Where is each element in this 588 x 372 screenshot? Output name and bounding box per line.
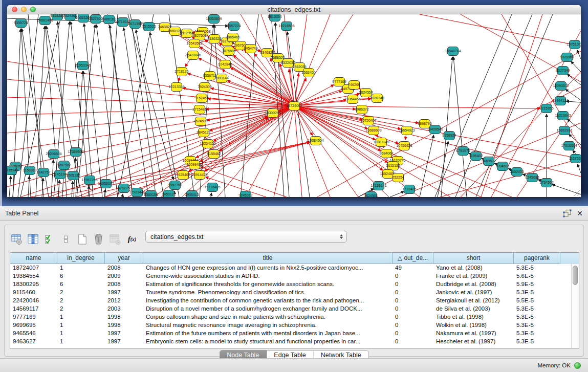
graph-node[interactable]: 1615132 (386, 162, 400, 170)
graph-node[interactable]: 20691406 (37, 16, 53, 25)
graph-node[interactable]: 9958924 (442, 132, 456, 140)
graph-node[interactable]: 9684067 (379, 149, 393, 158)
graph-node[interactable]: 1080748 (370, 94, 384, 103)
black-edge[interactable] (571, 61, 581, 72)
graph-node[interactable]: 15716485 (204, 183, 220, 192)
graph-node[interactable]: 5912954 (180, 29, 193, 38)
graph-node[interactable]: 16648784 (445, 47, 461, 56)
close-window-icon[interactable] (12, 7, 17, 12)
graph-node[interactable]: 9827508 (192, 32, 206, 40)
graph-node[interactable]: 2965466 (226, 33, 239, 42)
table-row[interactable]: 1456911722003Disruption of a novel membe… (10, 305, 579, 313)
red-edge[interactable] (179, 76, 181, 81)
table-row[interactable]: 977716911998Corpus callosum shape and si… (10, 313, 579, 321)
graph-node[interactable]: 2718126 (175, 68, 188, 76)
graph-node[interactable]: 1342757 (36, 168, 50, 177)
column-header-short[interactable]: short (433, 253, 514, 264)
graph-node[interactable]: 9857791 (168, 181, 182, 190)
red-edge[interactable] (298, 107, 581, 177)
graph-node[interactable]: 1094501 (495, 162, 509, 171)
memory-ok-indicator-icon[interactable] (574, 362, 581, 369)
black-edge[interactable] (51, 160, 53, 197)
graph-node[interactable]: 1145194 (53, 170, 67, 179)
graph-node[interactable]: 8215955 (539, 104, 553, 113)
black-edge[interactable] (58, 180, 59, 197)
graph-node[interactable]: 7515526 (142, 23, 156, 31)
graph-node[interactable]: 1562450 (301, 69, 315, 77)
graph-node[interactable]: 9227349 (556, 67, 570, 75)
black-edge[interactable] (77, 25, 95, 197)
black-edge[interactable] (577, 50, 581, 59)
table-row[interactable]: 1830029562008Estimation of significance … (10, 280, 579, 289)
graph-node[interactable]: 9097587 (57, 161, 71, 170)
graph-node[interactable]: 19384554 (308, 137, 323, 145)
graph-node[interactable]: 12213359 (168, 83, 184, 92)
graph-node[interactable]: 17016504 (561, 142, 577, 150)
column-header-out_degree[interactable]: △ out_de... (393, 253, 433, 264)
column-header-in_degree[interactable]: in_degree (57, 253, 105, 264)
red-edge[interactable] (440, 159, 581, 197)
graph-node[interactable]: 9356711 (203, 72, 217, 80)
graph-node[interactable]: 16210643 (555, 112, 571, 120)
black-edge[interactable] (578, 164, 581, 173)
black-edge[interactable] (211, 193, 211, 197)
graph-node[interactable]: 1905413 (185, 191, 199, 198)
column-header-title[interactable]: title (143, 253, 393, 264)
graph-node[interactable]: 3915941 (7, 166, 18, 175)
float-panel-icon[interactable] (563, 209, 572, 217)
graph-node[interactable]: 16914479 (191, 171, 207, 180)
red-edge[interactable] (317, 51, 581, 197)
graph-node[interactable]: 252254 (392, 173, 404, 182)
graph-node[interactable]: 8186328 (207, 35, 221, 43)
graph-node[interactable]: 3824554 (359, 89, 373, 97)
red-edge[interactable] (405, 135, 406, 140)
graph-node[interactable]: 1167532 (569, 155, 581, 163)
zoom-window-icon[interactable] (30, 7, 36, 12)
red-edge[interactable] (298, 85, 334, 104)
table-selector-combobox[interactable]: citations_edges.txt (145, 231, 347, 243)
window-resize-grip[interactable] (574, 190, 580, 196)
close-panel-icon[interactable]: ✕ (577, 210, 583, 217)
graph-node[interactable]: 1505135 (66, 171, 80, 180)
clear-selection-icon[interactable] (59, 232, 72, 246)
network-graph[interactable]: 1872400718300295193845549777169649756874… (7, 14, 581, 197)
graph-node[interactable]: 1156869 (23, 166, 37, 175)
black-edge[interactable] (136, 30, 164, 197)
graph-node[interactable]: 7986372 (355, 105, 368, 114)
function-builder-icon[interactable]: f(x) (124, 232, 140, 246)
graph-node[interactable]: 10756928 (396, 142, 412, 150)
graph-node[interactable]: 9242848 (218, 60, 232, 69)
new-table-icon[interactable] (75, 232, 89, 246)
red-edge[interactable] (128, 116, 268, 197)
graph-node[interactable]: 9155462 (207, 150, 221, 159)
graph-node[interactable]: 16958107 (98, 180, 114, 188)
graph-node[interactable]: 9245012 (238, 191, 252, 198)
black-edge[interactable] (122, 194, 123, 197)
graph-node[interactable]: 15751074 (567, 40, 581, 49)
graph-node[interactable]: 9355724 (14, 19, 28, 28)
table-row[interactable]: 1938455462009Genome-wide association stu… (10, 272, 579, 280)
select-all-rows-icon[interactable] (42, 232, 56, 246)
table-options-icon[interactable] (10, 232, 23, 246)
red-edge[interactable] (274, 110, 293, 197)
graph-node[interactable]: 12093572 (553, 82, 569, 91)
column-header-name[interactable]: name (10, 253, 57, 264)
red-edge[interactable] (7, 107, 290, 187)
red-edge[interactable] (297, 110, 358, 197)
graph-node[interactable]: 1652403 (510, 168, 524, 177)
graph-node[interactable]: 1195402 (469, 152, 483, 161)
red-edge[interactable] (230, 68, 291, 104)
graph-node[interactable]: 7625402 (176, 171, 190, 180)
graph-node[interactable]: 6466160 (102, 15, 116, 24)
column-header-year[interactable]: year (105, 253, 143, 264)
graph-node[interactable]: 12444134 (552, 97, 568, 105)
graph-node[interactable]: 9152459 (194, 94, 208, 103)
graph-node[interactable]: 9245033 (525, 173, 539, 182)
black-edge[interactable] (9, 176, 11, 197)
red-edge[interactable] (298, 108, 388, 163)
table-row[interactable]: 946362711997Embryonic stem cells: a mode… (10, 338, 579, 346)
graph-node[interactable]: 9845122 (197, 128, 210, 137)
graph-node[interactable]: 9329966 (560, 53, 574, 62)
table-row[interactable]: 946554611997Estimation of the future num… (10, 330, 579, 338)
graph-node[interactable]: 9469522 (482, 157, 495, 166)
